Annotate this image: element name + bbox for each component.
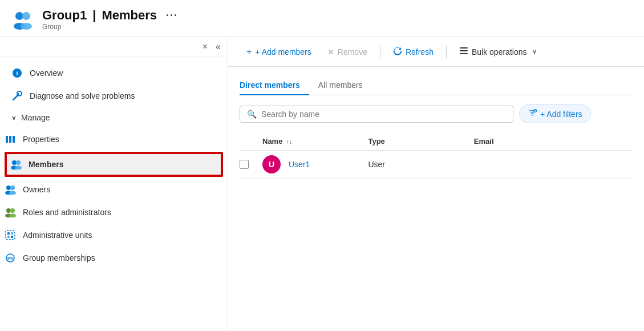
tab-all-members-label: All members [318, 80, 363, 90]
svg-point-20 [6, 208, 11, 213]
toolbar-separator-1 [380, 45, 380, 59]
sidebar-item-group-memberships-label: Group memberships [23, 253, 95, 263]
svg-point-1 [22, 12, 30, 20]
sidebar-item-group-memberships[interactable]: Group memberships [0, 247, 228, 269]
group-icon [11, 8, 34, 31]
title-group: Group1 | Members ··· Group [42, 8, 178, 31]
refresh-button[interactable]: Refresh [386, 43, 440, 60]
sidebar-item-members-label: Members [29, 160, 63, 169]
sidebar-item-admin-units[interactable]: Administrative units [0, 224, 228, 247]
header-col-check [240, 137, 262, 146]
svg-rect-25 [7, 232, 10, 235]
sidebar-item-admin-units-label: Administrative units [23, 231, 92, 240]
bulk-operations-chevron: ∨ [532, 48, 537, 55]
header-email-label: Email [474, 137, 494, 146]
sidebar-item-overview[interactable]: i Overview [0, 62, 228, 84]
row-name-cell: U User1 [262, 155, 368, 173]
tab-all-members[interactable]: All members [309, 76, 372, 95]
manage-label: Manage [21, 113, 50, 122]
sidebar-section-manage[interactable]: ∨ Manage [0, 107, 228, 128]
members-icon [10, 159, 22, 170]
sidebar-item-diagnose-label: Diagnose and solve problems [30, 91, 135, 100]
svg-rect-11 [13, 136, 15, 143]
remove-button[interactable]: ✕ Remove [321, 44, 374, 60]
svg-point-12 [12, 160, 17, 165]
sidebar-item-roles[interactable]: Roles and administrators [0, 201, 228, 224]
add-members-button[interactable]: + + Add members [240, 43, 318, 60]
toolbar: + + Add members ✕ Remove Refresh Bulk op… [228, 37, 644, 67]
content-area: + + Add members ✕ Remove Refresh Bulk op… [228, 37, 644, 331]
sidebar-item-members[interactable]: Members [5, 152, 223, 177]
svg-rect-27 [7, 236, 10, 238]
bulk-operations-label: Bulk operations [472, 47, 527, 56]
svg-point-17 [10, 185, 15, 190]
search-box: 🔍 [240, 106, 513, 123]
sidebar-collapse-btn[interactable]: « [216, 42, 221, 52]
more-button[interactable]: ··· [166, 10, 178, 22]
svg-point-16 [6, 185, 11, 190]
page-title: Group1 | Members ··· [42, 8, 178, 23]
svg-rect-9 [6, 136, 8, 143]
sidebar-item-properties[interactable]: Properties [0, 128, 228, 151]
svg-rect-32 [460, 50, 468, 51]
sidebar-item-roles-label: Roles and administrators [23, 208, 111, 217]
chevron-down-icon: ∨ [11, 114, 17, 122]
add-members-label: + Add members [255, 47, 311, 56]
remove-x-icon: ✕ [327, 47, 334, 56]
svg-rect-26 [11, 232, 13, 235]
user-type: User [368, 160, 385, 169]
svg-rect-24 [6, 231, 15, 240]
roles-icon [5, 207, 16, 218]
search-icon: 🔍 [247, 110, 257, 119]
sidebar-controls: × « [0, 37, 228, 57]
svg-rect-28 [11, 236, 13, 238]
tab-direct-members-label: Direct members [240, 80, 300, 90]
group-name: Group1 [42, 8, 87, 23]
search-input[interactable] [261, 110, 506, 119]
row-type-cell: User [368, 160, 473, 169]
sidebar-close-btn[interactable]: × [202, 42, 208, 52]
svg-point-0 [15, 12, 23, 20]
sidebar-nav: i Overview Diagnose and solve problems ∨… [0, 57, 228, 274]
properties-icon [5, 134, 16, 145]
sidebar-item-diagnose[interactable]: Diagnose and solve problems [0, 84, 228, 107]
sidebar-item-overview-label: Overview [30, 68, 63, 78]
sidebar-item-owners[interactable]: Owners [0, 178, 228, 201]
tab-direct-members[interactable]: Direct members [240, 76, 309, 95]
add-filters-button[interactable]: + Add filters [519, 104, 591, 123]
sort-icon[interactable]: ↑↓ [286, 138, 292, 145]
sidebar: × « i Overview Diagnose and solve proble… [0, 37, 228, 331]
add-members-icon: + [246, 47, 252, 57]
refresh-label: Refresh [406, 47, 434, 56]
svg-rect-31 [460, 47, 468, 49]
admin-units-icon [5, 229, 16, 241]
header-col-email: Email [474, 137, 633, 146]
header-col-name: Name ↑↓ [262, 137, 368, 146]
table-row: U User1 User [240, 151, 633, 179]
wrench-icon [11, 90, 23, 102]
sidebar-item-owners-label: Owners [23, 185, 50, 194]
remove-label: Remove [338, 47, 367, 56]
bulk-operations-button[interactable]: Bulk operations ∨ [452, 43, 544, 60]
row-check [240, 160, 262, 169]
user-name-link[interactable]: User1 [289, 160, 310, 169]
header-col-type: Type [368, 137, 473, 146]
page-header: Group1 | Members ··· Group [0, 0, 644, 37]
info-icon: i [11, 67, 23, 79]
page-name: Members [102, 8, 157, 23]
main-layout: × « i Overview Diagnose and solve proble… [0, 37, 644, 331]
svg-point-3 [21, 23, 32, 30]
avatar: U [262, 155, 281, 173]
search-row: 🔍 + Add filters [240, 104, 633, 123]
header-name-label: Name [262, 137, 282, 146]
row-checkbox[interactable] [240, 160, 249, 169]
svg-point-13 [16, 160, 21, 165]
header-subtitle: Group [42, 23, 178, 31]
table-header: Name ↑↓ Type Email [240, 132, 633, 151]
title-separator: | [92, 8, 96, 23]
sidebar-item-properties-label: Properties [23, 135, 59, 144]
add-filters-label: + Add filters [540, 110, 582, 119]
toolbar-separator-2 [446, 45, 447, 59]
group-memberships-icon [5, 252, 16, 264]
tab-bar: Direct members All members [240, 76, 633, 95]
